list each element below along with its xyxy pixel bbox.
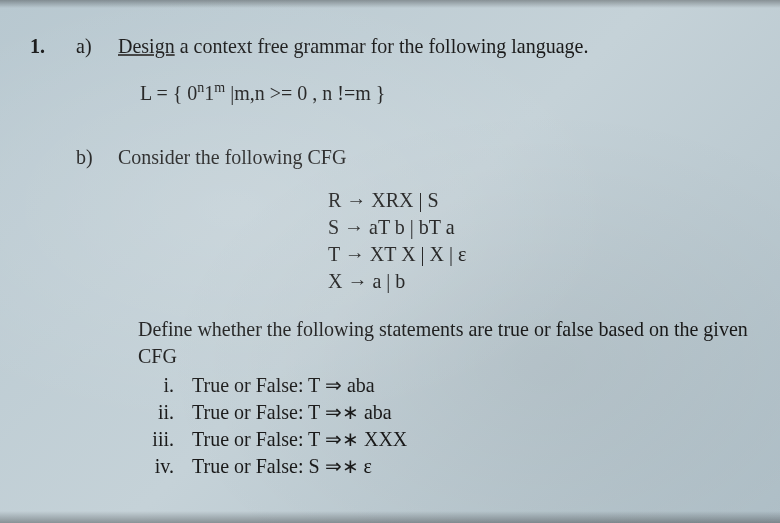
grammar-block: R → XRX | S S → aT b | bT a T → XT X | X… — [328, 187, 780, 295]
question-1a-row: 1. a) Design a context free grammar for … — [30, 32, 780, 60]
list-item: iv. True or False: S ⇒∗ ε — [138, 453, 780, 480]
list-item: i. True or False: T ⇒ aba — [138, 372, 780, 399]
question-1b-row: b) Consider the following CFG — [76, 143, 780, 171]
cfg-label: CFG — [138, 345, 780, 368]
roman-iii: iii. — [138, 426, 192, 453]
part-letter-a: a) — [76, 35, 98, 58]
item-iv-text: True or False: S ⇒∗ ε — [192, 453, 372, 480]
define-instruction: Define whether the following statements … — [138, 315, 780, 343]
design-word: Design — [118, 35, 175, 57]
roman-iv: iv. — [138, 453, 192, 480]
roman-list: i. True or False: T ⇒ aba ii. True or Fa… — [138, 372, 780, 480]
grammar-line-3: T → XT X | X | ε — [328, 241, 780, 268]
question-number: 1. — [30, 35, 58, 58]
roman-i: i. — [138, 372, 192, 399]
part-a-rest: a context free grammar for the following… — [175, 35, 589, 57]
part-b-question: Consider the following CFG — [118, 143, 346, 171]
lang-rest: |m,n >= 0 , n !=m } — [225, 82, 385, 104]
grammar-line-1: R → XRX | S — [328, 187, 780, 214]
item-ii-text: True or False: T ⇒∗ aba — [192, 399, 392, 426]
language-definition: L = { 0n1m |m,n >= 0 , n !=m } — [140, 80, 780, 105]
item-iii-text: True or False: T ⇒∗ XXX — [192, 426, 407, 453]
lang-L: L = { 0 — [140, 82, 197, 104]
list-item: ii. True or False: T ⇒∗ aba — [138, 399, 780, 426]
list-item: iii. True or False: T ⇒∗ XXX — [138, 426, 780, 453]
lang-mid: 1 — [204, 82, 214, 104]
part-a-question: Design a context free grammar for the fo… — [118, 32, 588, 60]
item-i-text: True or False: T ⇒ aba — [192, 372, 375, 399]
grammar-line-2: S → aT b | bT a — [328, 214, 780, 241]
lang-sup-m: m — [214, 80, 225, 95]
part-letter-b: b) — [76, 146, 98, 169]
roman-ii: ii. — [138, 399, 192, 426]
grammar-line-4: X → a | b — [328, 268, 780, 295]
